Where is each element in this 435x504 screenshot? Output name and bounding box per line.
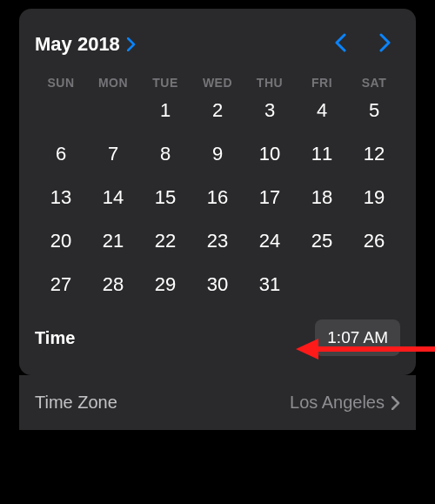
day-cell[interactable]: 9 [191, 142, 244, 166]
days-grid: 1234567891011121314151617181920212223242… [35, 98, 400, 297]
weekday-label: WED [191, 76, 244, 90]
day-cell[interactable]: 24 [244, 229, 296, 253]
day-cell[interactable]: 29 [139, 272, 191, 297]
weekday-label: SAT [348, 76, 400, 90]
day-cell[interactable]: 4 [296, 98, 348, 123]
day-cell-empty [35, 98, 87, 123]
day-cell[interactable]: 3 [244, 98, 296, 123]
day-cell[interactable]: 10 [244, 142, 296, 166]
day-cell[interactable]: 13 [35, 185, 87, 210]
chevron-left-icon [334, 33, 346, 55]
timezone-value-text: Los Angeles [290, 393, 385, 413]
day-cell[interactable]: 12 [348, 142, 400, 166]
day-cell[interactable]: 11 [296, 142, 348, 166]
weekday-label: MON [87, 76, 139, 90]
timezone-row[interactable]: Time Zone Los Angeles [19, 375, 416, 430]
timezone-value: Los Angeles [290, 393, 400, 413]
month-year-label: May 2018 [35, 33, 120, 56]
chevron-right-icon [127, 37, 136, 51]
day-cell[interactable]: 21 [87, 229, 139, 253]
day-cell[interactable]: 19 [348, 185, 400, 210]
chevron-right-icon [379, 33, 392, 55]
day-cell[interactable]: 18 [296, 185, 348, 210]
day-cell[interactable]: 22 [139, 229, 191, 253]
day-cell[interactable]: 5 [348, 98, 400, 123]
calendar-panel: May 2018 SUN MON TUE WED THU FRI SAT 123… [19, 9, 416, 375]
day-cell[interactable]: 2 [191, 98, 244, 123]
time-picker-button[interactable]: 1:07 AM [315, 319, 400, 356]
day-cell[interactable]: 6 [35, 142, 87, 166]
day-cell[interactable]: 16 [191, 185, 244, 210]
weekday-label: TUE [139, 76, 191, 90]
day-cell[interactable]: 30 [191, 272, 244, 297]
day-cell[interactable]: 8 [139, 142, 191, 166]
weekday-row: SUN MON TUE WED THU FRI SAT [35, 76, 400, 90]
day-cell-empty [296, 272, 348, 297]
prev-month-button[interactable] [325, 28, 355, 60]
weekday-label: SUN [35, 76, 87, 90]
day-cell[interactable]: 28 [87, 272, 139, 297]
timezone-label: Time Zone [35, 393, 117, 413]
day-cell-empty [87, 98, 139, 123]
day-cell[interactable]: 1 [139, 98, 191, 123]
day-cell[interactable]: 26 [348, 229, 400, 253]
weekday-label: FRI [296, 76, 348, 90]
next-month-button[interactable] [371, 28, 400, 60]
time-label: Time [35, 328, 75, 348]
day-cell[interactable]: 31 [244, 272, 296, 297]
day-cell[interactable]: 23 [191, 229, 244, 253]
day-cell[interactable]: 25 [296, 229, 348, 253]
day-cell[interactable]: 27 [35, 272, 87, 297]
day-cell[interactable]: 17 [244, 185, 296, 210]
day-cell[interactable]: 7 [87, 142, 139, 166]
day-cell-empty [348, 272, 400, 297]
day-cell[interactable]: 15 [139, 185, 191, 210]
time-row: Time 1:07 AM [35, 319, 400, 356]
weekday-label: THU [244, 76, 296, 90]
calendar-header: May 2018 [35, 28, 400, 60]
day-cell[interactable]: 14 [87, 185, 139, 210]
month-year-button[interactable]: May 2018 [35, 33, 136, 56]
chevron-right-icon [392, 396, 400, 410]
day-cell[interactable]: 20 [35, 229, 87, 253]
